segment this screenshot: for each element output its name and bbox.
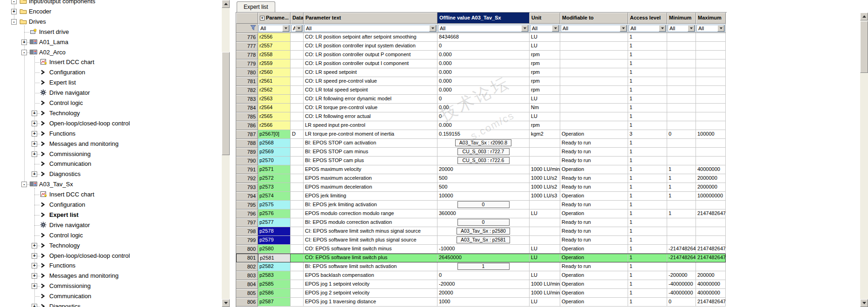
- cell-maximum[interactable]: [696, 227, 726, 236]
- cell-modifiable-to[interactable]: Operation: [560, 192, 628, 201]
- tree-expander-minus[interactable]: -: [11, 19, 17, 25]
- cell-maximum[interactable]: [696, 104, 726, 112]
- cell-access-level[interactable]: 1: [628, 192, 667, 201]
- cell-minimum[interactable]: [667, 112, 696, 121]
- tree-item-messages-and-monitoring[interactable]: +Messages and monitoring: [0, 139, 219, 149]
- cell-data-set[interactable]: [291, 59, 304, 68]
- cell-minimum[interactable]: -40000000: [667, 280, 696, 289]
- cell-row-number[interactable]: 798: [236, 227, 258, 236]
- cell-parameter-text[interactable]: BI: EPOS STOP cam plus: [304, 157, 437, 165]
- cell-parameter[interactable]: p2575: [258, 201, 291, 209]
- cell-maximum[interactable]: [696, 157, 726, 165]
- cell-unit[interactable]: LU: [530, 33, 560, 42]
- tree-item-commissioning[interactable]: +Commissioning: [0, 281, 219, 291]
- cell-data-set[interactable]: [291, 77, 304, 86]
- cell-access-level[interactable]: 1: [628, 104, 667, 112]
- tree-expander-plus[interactable]: +: [32, 151, 37, 157]
- cell-maximum[interactable]: [696, 112, 726, 121]
- tree-item-a03-tav-sx[interactable]: -A03_Tav_Sx: [0, 180, 219, 189]
- cell-unit[interactable]: LU: [530, 42, 560, 51]
- cell-parameter-text[interactable]: EPOS jerk limiting: [304, 192, 437, 201]
- cell-row-number[interactable]: 804: [236, 280, 258, 289]
- cell-maximum[interactable]: [696, 262, 726, 271]
- cell-parameter-text[interactable]: BI: EPOS jerk limiting activation: [304, 201, 437, 209]
- col-header-min[interactable]: Minimum: [667, 13, 696, 24]
- cell-row-number[interactable]: 785: [236, 112, 258, 121]
- cell-parameter-text[interactable]: CO: LR following error dynamic model: [304, 95, 437, 104]
- cell-access-level[interactable]: 1: [628, 209, 667, 218]
- cell-minimum[interactable]: 1: [667, 183, 696, 192]
- cell-minimum[interactable]: [667, 59, 696, 68]
- cell-access-level[interactable]: 1: [628, 245, 667, 254]
- tree-expander-plus[interactable]: +: [32, 111, 37, 116]
- value-selector-box[interactable]: CU_S_003 : r722.6: [457, 157, 510, 164]
- cell-row-number[interactable]: 781: [236, 77, 258, 86]
- cell-offline-value[interactable]: 0.000: [437, 121, 530, 130]
- cell-maximum[interactable]: [696, 59, 726, 68]
- cell-maximum[interactable]: 40000000: [696, 289, 726, 298]
- cell-row-number[interactable]: 805: [236, 289, 258, 298]
- cell-row-number[interactable]: 791: [236, 165, 258, 174]
- cell-minimum[interactable]: -200000: [667, 271, 696, 280]
- cell-row-number[interactable]: 784: [236, 104, 258, 112]
- scroll-up-button[interactable]: [860, 13, 868, 20]
- tree-expander-plus[interactable]: +: [32, 283, 37, 289]
- cell-minimum[interactable]: [667, 121, 696, 130]
- cell-maximum[interactable]: [696, 86, 726, 95]
- cell-modifiable-to[interactable]: Ready to run: [560, 148, 628, 157]
- tree-item-technology[interactable]: +Technology: [0, 241, 219, 250]
- tree-item-control-logic[interactable]: Control logic: [0, 231, 219, 240]
- cell-offline-value[interactable]: CU_S_003 : r722.7: [437, 148, 530, 157]
- cell-parameter-text[interactable]: BI: EPOS software limit switch activatio…: [304, 262, 437, 271]
- cell-data-set[interactable]: [291, 174, 304, 183]
- cell-access-level[interactable]: 1: [628, 33, 667, 42]
- cell-maximum[interactable]: [696, 51, 726, 59]
- tree-scrollbar[interactable]: [222, 0, 230, 307]
- cell-offline-value[interactable]: A03_Tav_Sx : r2090.8: [437, 139, 530, 148]
- cell-access-level[interactable]: 1: [628, 165, 667, 174]
- scroll-down-button[interactable]: [860, 299, 868, 307]
- cell-parameter[interactable]: p2574: [258, 192, 291, 201]
- cell-unit[interactable]: rpm: [530, 68, 560, 77]
- cell-data-set[interactable]: [291, 139, 304, 148]
- filter-funnel-icon[interactable]: [250, 24, 257, 33]
- cell-minimum[interactable]: [667, 236, 696, 245]
- cell-access-level[interactable]: 1: [628, 95, 667, 104]
- tree-item-open-loop-closed-loop-control[interactable]: +Open-loop/closed-loop control: [0, 251, 219, 261]
- cell-data-set[interactable]: [291, 33, 304, 42]
- cell-maximum[interactable]: 2147482647: [696, 245, 726, 254]
- cell-unit[interactable]: LU: [530, 95, 560, 104]
- cell-data-set[interactable]: [291, 86, 304, 95]
- cell-modifiable-to[interactable]: [560, 77, 628, 86]
- cell-access-level[interactable]: 1: [628, 201, 667, 209]
- cell-parameter-text[interactable]: LR speed input pre-control: [304, 121, 437, 130]
- cell-maximum[interactable]: 2000000: [696, 183, 726, 192]
- cell-parameter[interactable]: r2563: [258, 95, 291, 104]
- cell-offline-value[interactable]: 0: [437, 42, 530, 51]
- cell-access-level[interactable]: 1: [628, 289, 667, 298]
- value-selector-box[interactable]: 0: [457, 219, 510, 226]
- filter-combo-unit[interactable]: All: [530, 25, 559, 32]
- cell-parameter[interactable]: r2561: [258, 77, 291, 86]
- cell-parameter-text[interactable]: EPOS jog 2 setpoint velocity: [304, 289, 437, 298]
- cell-access-level[interactable]: 1: [628, 183, 667, 192]
- cell-data-set[interactable]: [291, 298, 304, 307]
- filter-combo-acc[interactable]: All: [629, 25, 666, 32]
- cell-unit[interactable]: rpm: [530, 59, 560, 68]
- tree-item-control-logic[interactable]: Control logic: [0, 98, 219, 108]
- cell-modifiable-to[interactable]: Operation: [560, 271, 628, 280]
- cell-parameter-text[interactable]: EPOS maximum acceleration: [304, 174, 437, 183]
- cell-data-set[interactable]: [291, 201, 304, 209]
- cell-offline-value[interactable]: 360000: [437, 209, 530, 218]
- cell-access-level[interactable]: 1: [628, 139, 667, 148]
- cell-unit[interactable]: LU: [530, 112, 560, 121]
- cell-data-set[interactable]: [291, 271, 304, 280]
- cell-maximum[interactable]: [696, 201, 726, 209]
- cell-minimum[interactable]: -40000000: [667, 289, 696, 298]
- cell-maximum[interactable]: 2147482647: [696, 298, 726, 307]
- cell-offline-value[interactable]: 0.00: [437, 104, 530, 112]
- cell-modifiable-to[interactable]: Operation: [560, 165, 628, 174]
- cell-access-level[interactable]: 1: [628, 51, 667, 59]
- cell-offline-value[interactable]: 500: [437, 183, 530, 192]
- cell-parameter[interactable]: p2570: [258, 157, 291, 165]
